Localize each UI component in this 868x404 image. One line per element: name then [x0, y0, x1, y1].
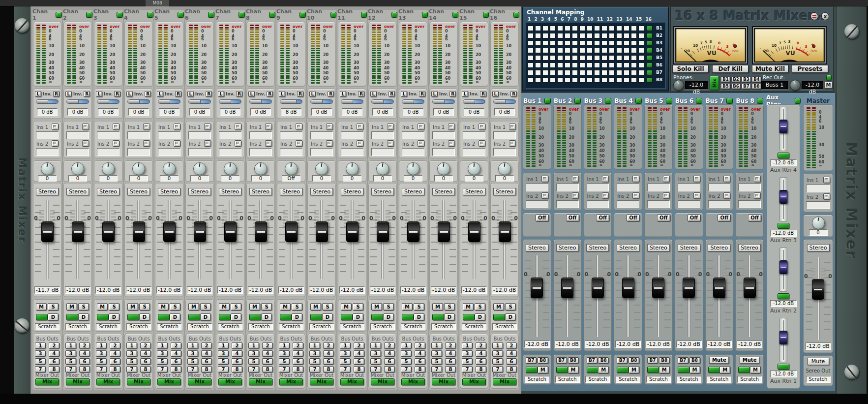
- matrix-cell[interactable]: [572, 62, 578, 68]
- ins1-checkbox[interactable]: [235, 124, 241, 130]
- channel-on-led-button[interactable]: [280, 314, 292, 320]
- mix-button[interactable]: Mix: [462, 378, 486, 385]
- matrix-cell[interactable]: [624, 26, 629, 31]
- ins2-field[interactable]: [249, 148, 272, 156]
- channel-on-led-button[interactable]: [249, 314, 261, 320]
- phones-bus-button-B8[interactable]: B8: [752, 83, 761, 89]
- phones-bus-button-B3[interactable]: B3: [742, 76, 751, 82]
- bus-on-led-button[interactable]: [678, 367, 689, 373]
- matrix-cell[interactable]: [631, 62, 637, 68]
- channel-on-led-button[interactable]: [219, 314, 231, 320]
- ins2-field[interactable]: [97, 148, 120, 156]
- mute-button[interactable]: M: [127, 303, 138, 311]
- ins1-checkbox[interactable]: [602, 176, 609, 182]
- ins2-field[interactable]: [738, 200, 761, 208]
- bus-out-button-1[interactable]: 1: [65, 342, 76, 349]
- ins2-checkbox[interactable]: [418, 140, 424, 147]
- matrix-cell[interactable]: [550, 26, 556, 31]
- right-button[interactable]: R: [358, 91, 364, 97]
- ins1-field[interactable]: [310, 131, 333, 139]
- balance-slider[interactable]: [219, 99, 241, 104]
- matrix-cell[interactable]: [587, 33, 593, 38]
- bus-out-button-1[interactable]: 1: [309, 342, 320, 349]
- ins2-field[interactable]: [219, 148, 241, 156]
- channel-on-led-button[interactable]: [493, 314, 505, 320]
- fader-track[interactable]: [817, 257, 819, 340]
- matrix-cell[interactable]: [638, 33, 644, 38]
- ins2-field[interactable]: [188, 148, 211, 156]
- fader-handle[interactable]: [102, 221, 115, 242]
- ins1-field[interactable]: [97, 131, 120, 139]
- channel-led-button[interactable]: [483, 12, 489, 18]
- stereo-mode-button[interactable]: Stereo: [188, 188, 211, 195]
- ins2-field[interactable]: [310, 148, 333, 156]
- bus-out-button-3[interactable]: 3: [218, 350, 229, 357]
- right-button[interactable]: R: [297, 91, 303, 97]
- bus-out-button-8[interactable]: 8: [506, 366, 517, 373]
- fader-track[interactable]: [229, 200, 232, 280]
- balance-handle[interactable]: [158, 100, 170, 103]
- ins2-checkbox[interactable]: [541, 192, 548, 199]
- ins2-checkbox[interactable]: [113, 140, 120, 147]
- ins1-checkbox[interactable]: [296, 124, 302, 130]
- matrix-cell[interactable]: [638, 77, 644, 83]
- matrix-cell[interactable]: [616, 26, 622, 31]
- scratch-name-field[interactable]: Scratch: [555, 376, 580, 383]
- bus-led-button[interactable]: [574, 98, 581, 104]
- matrix-cell[interactable]: [528, 33, 534, 38]
- fader-track[interactable]: [351, 200, 354, 280]
- matrix-cell[interactable]: [601, 40, 607, 46]
- aux-send-knob[interactable]: [315, 162, 328, 175]
- bus-out-button-3[interactable]: 3: [401, 350, 412, 357]
- balance-handle[interactable]: [372, 100, 384, 103]
- bus-out-button-5[interactable]: 5: [431, 358, 442, 365]
- bus-out-button-2[interactable]: 2: [445, 342, 456, 349]
- matrix-cell[interactable]: [550, 55, 556, 61]
- volume-fader[interactable]: 0 0: [399, 200, 427, 280]
- master-mute-button[interactable]: Mute: [808, 358, 829, 365]
- fader-handle[interactable]: [812, 279, 824, 300]
- aux-send-knob[interactable]: [41, 162, 54, 175]
- ins2-field[interactable]: [36, 148, 59, 156]
- bus-on-led-button[interactable]: [738, 367, 750, 373]
- matrix-bus-led[interactable]: [647, 33, 653, 38]
- bus-out-button-1[interactable]: 1: [279, 342, 290, 349]
- route-button-B8[interactable]: B8: [538, 357, 548, 364]
- volume-fader[interactable]: 0 0: [155, 200, 183, 280]
- bus-out-button-7[interactable]: 7: [370, 366, 381, 373]
- right-button[interactable]: R: [419, 91, 425, 97]
- bus-out-button-5[interactable]: 5: [65, 358, 76, 365]
- stereo-mode-button[interactable]: Stereo: [219, 188, 241, 195]
- stereo-mode-button[interactable]: Stereo: [738, 244, 761, 251]
- bus-out-button-8[interactable]: 8: [293, 366, 303, 373]
- mute-button[interactable]: M: [493, 303, 504, 311]
- mute-button[interactable]: M: [66, 303, 77, 311]
- matrix-cell[interactable]: [557, 40, 563, 46]
- balance-slider[interactable]: [188, 99, 211, 104]
- balance-handle[interactable]: [311, 100, 323, 103]
- volume-fader[interactable]: 0 0: [369, 200, 396, 280]
- balance-handle[interactable]: [97, 100, 109, 103]
- balance-slider[interactable]: [341, 99, 363, 104]
- stereo-mode-button[interactable]: Stereo: [249, 188, 272, 195]
- matrix-cell[interactable]: [594, 48, 600, 53]
- fader-track[interactable]: [748, 255, 751, 337]
- aux-return-fader[interactable]: [779, 248, 787, 292]
- solo-button[interactable]: S: [48, 303, 59, 311]
- ins1-checkbox[interactable]: [541, 176, 548, 182]
- balance-handle[interactable]: [494, 100, 506, 103]
- matrix-bus-led[interactable]: [647, 48, 653, 53]
- fader-track[interactable]: [260, 200, 262, 280]
- aux-on-led-button[interactable]: [778, 223, 789, 229]
- solo-button[interactable]: S: [444, 303, 455, 311]
- fader-track[interactable]: [412, 200, 415, 280]
- matrix-cell[interactable]: [550, 62, 556, 68]
- matrix-cell[interactable]: [565, 62, 570, 68]
- bus-out-button-6[interactable]: 6: [49, 358, 60, 365]
- aux-return-fader[interactable]: [779, 318, 787, 362]
- matrix-bus-led[interactable]: [647, 55, 653, 61]
- matrix-cell[interactable]: [631, 33, 637, 38]
- matrix-cell[interactable]: [550, 40, 556, 46]
- volume-fader[interactable]: 0 0: [523, 255, 551, 337]
- matrix-cell[interactable]: [572, 26, 578, 31]
